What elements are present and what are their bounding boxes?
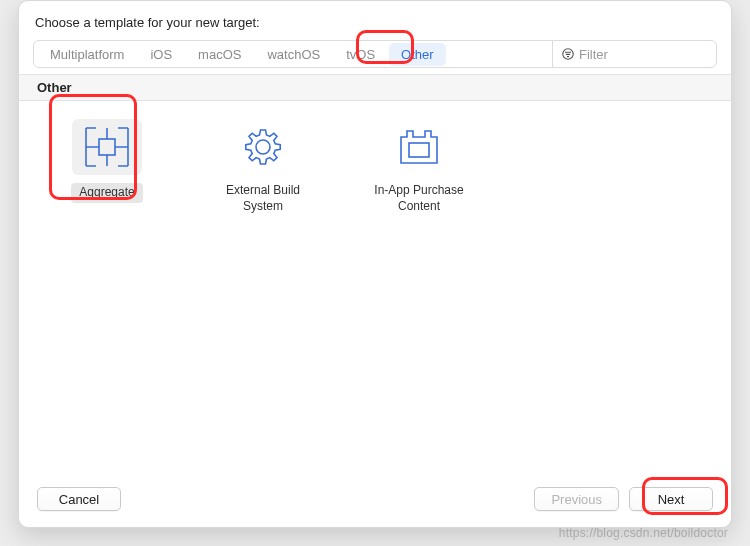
template-aggregate[interactable]: Aggregate xyxy=(47,119,167,203)
tab-macos[interactable]: macOS xyxy=(186,43,253,66)
watermark-text: https://blog.csdn.net/boildoctor xyxy=(559,526,728,540)
tab-watchos[interactable]: watchOS xyxy=(255,43,332,66)
tab-tvos[interactable]: tvOS xyxy=(334,43,387,66)
block-icon xyxy=(384,119,454,175)
tab-other[interactable]: Other xyxy=(389,43,446,66)
template-sheet: Choose a template for your new target: M… xyxy=(18,0,732,528)
previous-button[interactable]: Previous xyxy=(534,487,619,511)
filter-field[interactable] xyxy=(552,41,712,67)
section-header-other: Other xyxy=(19,74,731,101)
filter-input[interactable] xyxy=(579,47,699,62)
template-inapp-purchase-content[interactable]: In-App Purchase Content xyxy=(359,119,479,214)
platform-tabbar: Multiplatform iOS macOS watchOS tvOS Oth… xyxy=(33,40,717,68)
svg-point-15 xyxy=(256,140,270,154)
svg-rect-16 xyxy=(409,143,429,157)
next-button[interactable]: Next xyxy=(629,487,713,511)
template-aggregate-label: Aggregate xyxy=(71,183,142,203)
filter-icon xyxy=(561,47,575,61)
footer: Cancel Previous Next xyxy=(19,475,731,527)
template-iap-content-label: In-App Purchase Content xyxy=(374,183,463,214)
tab-multiplatform[interactable]: Multiplatform xyxy=(38,43,136,66)
template-external-build-label: External Build System xyxy=(226,183,300,214)
template-grid: Aggregate External Build System In-App P… xyxy=(19,101,731,475)
cancel-button[interactable]: Cancel xyxy=(37,487,121,511)
aggregate-icon xyxy=(72,119,142,175)
tab-ios[interactable]: iOS xyxy=(138,43,184,66)
gear-icon xyxy=(228,119,298,175)
template-external-build-system[interactable]: External Build System xyxy=(203,119,323,214)
svg-rect-4 xyxy=(99,139,115,155)
sheet-title: Choose a template for your new target: xyxy=(19,1,731,40)
